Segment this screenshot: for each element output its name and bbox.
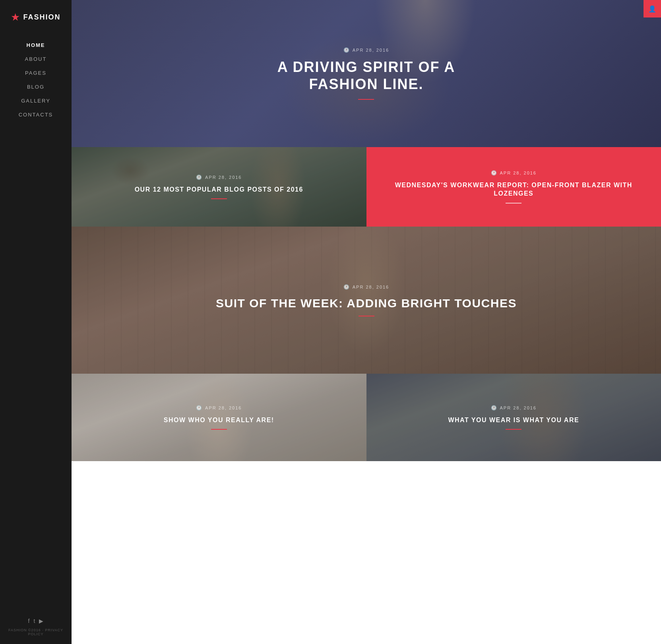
post-1-date: APR 28, 2016 xyxy=(205,175,242,180)
nav-item-home[interactable]: HOME xyxy=(0,38,72,52)
post-card-5[interactable]: 🕐 APR 28, 2016 WHAT YOU WEAR IS WHAT YOU… xyxy=(366,374,661,461)
post-2-divider xyxy=(506,203,521,204)
post-3-divider xyxy=(359,316,374,316)
nav-item-about[interactable]: ABOUT xyxy=(0,52,72,66)
post-row-1: 🕐 APR 28, 2016 OUR 12 MOST POPULAR BLOG … xyxy=(72,147,661,227)
post-card-4[interactable]: 🕐 APR 28, 2016 SHOW WHO YOU REALLY ARE! xyxy=(72,374,366,461)
post-4-date: APR 28, 2016 xyxy=(205,405,242,410)
post-5-meta: 🕐 APR 28, 2016 xyxy=(448,405,579,411)
post-4-meta: 🕐 APR 28, 2016 xyxy=(164,405,274,411)
post-2-title: WEDNESDAY'S WORKWEAR REPORT: OPEN-FRONT … xyxy=(374,181,653,198)
post-row-2: 🕐 APR 28, 2016 SUIT OF THE WEEK: ADDING … xyxy=(72,227,661,374)
post-5-content: 🕐 APR 28, 2016 WHAT YOU WEAR IS WHAT YOU… xyxy=(440,397,587,438)
post-1-meta: 🕐 APR 28, 2016 xyxy=(135,175,303,180)
clock-icon-5: 🕐 xyxy=(491,405,498,411)
sidebar-footer: f t ▶ FASHION ©2016 · PRIVACY POLICY xyxy=(0,618,72,636)
user-icon: 👤 xyxy=(648,5,656,13)
post-1-divider xyxy=(211,198,227,199)
post-row-3: 🕐 APR 28, 2016 SHOW WHO YOU REALLY ARE! … xyxy=(72,374,661,461)
hero-divider xyxy=(358,99,374,100)
footer-copyright: FASHION ©2016 · PRIVACY POLICY xyxy=(0,628,72,636)
post-1-content: 🕐 APR 28, 2016 OUR 12 MOST POPULAR BLOG … xyxy=(127,167,311,208)
post-5-date: APR 28, 2016 xyxy=(500,405,537,410)
clock-icon-2: 🕐 xyxy=(491,170,498,176)
post-card-1[interactable]: 🕐 APR 28, 2016 OUR 12 MOST POPULAR BLOG … xyxy=(72,147,366,227)
twitter-icon[interactable]: t xyxy=(34,618,35,624)
post-4-content: 🕐 APR 28, 2016 SHOW WHO YOU REALLY ARE! xyxy=(156,397,282,438)
main-nav: HOME ABOUT PAGES BLOG GALLERY CONTACTS xyxy=(0,38,72,122)
nav-item-gallery[interactable]: GALLERY xyxy=(0,94,72,108)
post-4-divider xyxy=(211,429,227,430)
youtube-icon[interactable]: ▶ xyxy=(39,618,43,624)
logo-star-icon: ★ xyxy=(11,12,20,22)
nav-item-contacts[interactable]: CONTACTS xyxy=(0,108,72,122)
main-content: 🕐 APR 28, 2016 A DRIVING SPIRIT OF AFASH… xyxy=(72,0,661,644)
clock-icon-4: 🕐 xyxy=(196,405,203,411)
logo-text: FASHION xyxy=(23,13,60,21)
post-card-2[interactable]: 🕐 APR 28, 2016 WEDNESDAY'S WORKWEAR REPO… xyxy=(366,147,661,227)
clock-icon-3: 🕐 xyxy=(343,284,350,290)
post-2-content: 🕐 APR 28, 2016 WEDNESDAY'S WORKWEAR REPO… xyxy=(366,162,661,211)
social-icons: f t ▶ xyxy=(28,618,44,624)
hero-date: APR 28, 2016 xyxy=(353,48,390,52)
post-1-title: OUR 12 MOST POPULAR BLOG POSTS OF 2016 xyxy=(135,186,303,194)
post-3-meta: 🕐 APR 28, 2016 xyxy=(216,284,517,290)
post-2-date: APR 28, 2016 xyxy=(500,171,537,175)
post-card-3[interactable]: 🕐 APR 28, 2016 SUIT OF THE WEEK: ADDING … xyxy=(72,227,661,374)
facebook-icon[interactable]: f xyxy=(28,618,30,624)
clock-icon-1: 🕐 xyxy=(196,175,203,180)
user-button[interactable]: 👤 xyxy=(644,0,661,17)
post-5-title: WHAT YOU WEAR IS WHAT YOU ARE xyxy=(448,416,579,425)
post-5-divider xyxy=(506,429,521,430)
post-3-content: 🕐 APR 28, 2016 SUIT OF THE WEEK: ADDING … xyxy=(208,276,525,324)
nav-item-blog[interactable]: BLOG xyxy=(0,80,72,94)
hero-meta: 🕐 APR 28, 2016 xyxy=(277,47,455,53)
nav-item-pages[interactable]: PAGES xyxy=(0,66,72,80)
post-4-title: SHOW WHO YOU REALLY ARE! xyxy=(164,416,274,425)
hero-title: A DRIVING SPIRIT OF AFASHION LINE. xyxy=(277,58,455,93)
clock-icon: 🕐 xyxy=(343,47,350,53)
hero-section[interactable]: 🕐 APR 28, 2016 A DRIVING SPIRIT OF AFASH… xyxy=(72,0,661,147)
post-2-meta: 🕐 APR 28, 2016 xyxy=(374,170,653,176)
logo[interactable]: ★ FASHION xyxy=(11,12,60,22)
post-3-title: SUIT OF THE WEEK: ADDING BRIGHT TOUCHES xyxy=(216,295,517,311)
post-3-date: APR 28, 2016 xyxy=(353,285,390,289)
hero-content: 🕐 APR 28, 2016 A DRIVING SPIRIT OF AFASH… xyxy=(277,47,455,100)
sidebar: ★ FASHION HOME ABOUT PAGES BLOG GALLERY … xyxy=(0,0,72,644)
